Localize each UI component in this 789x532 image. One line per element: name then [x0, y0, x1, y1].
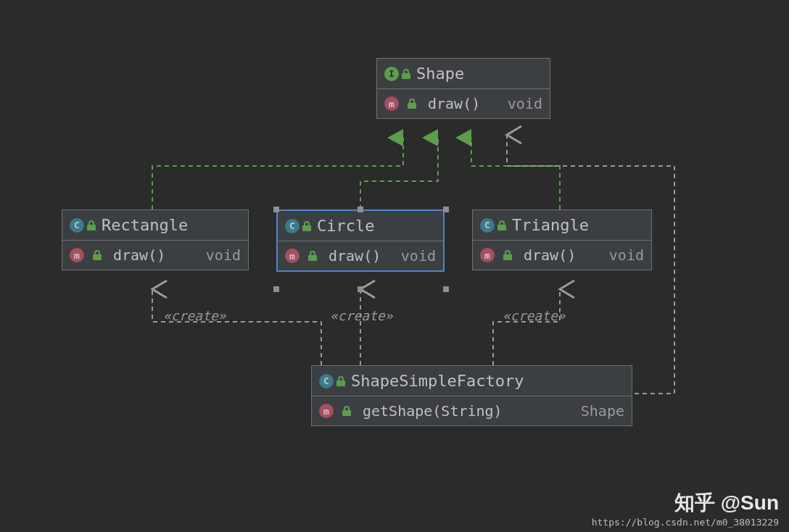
class-name: Triangle [512, 216, 589, 234]
class-name: Rectangle [102, 216, 188, 234]
method-name: getShape(String) [363, 402, 575, 420]
class-name: Circle [317, 217, 374, 235]
class-box-shape[interactable]: I Shape m draw() void [376, 58, 550, 119]
class-icon: C [319, 374, 334, 388]
class-box-rectangle[interactable]: C Rectangle m draw() void [62, 209, 249, 270]
selection-handle[interactable] [273, 286, 279, 292]
class-header: C Triangle [473, 210, 651, 241]
class-header: I Shape [377, 59, 550, 89]
class-name: Shape [416, 65, 464, 83]
method-icon: m [384, 96, 399, 111]
create-label: «create» [330, 308, 393, 323]
class-method-row: m draw() void [62, 241, 248, 270]
method-icon: m [319, 404, 334, 418]
lock-icon [402, 69, 410, 79]
return-type: void [206, 246, 241, 264]
selection-handle[interactable] [443, 207, 449, 212]
method-icon: m [480, 248, 495, 262]
method-name: draw() [524, 246, 603, 264]
class-box-circle[interactable]: C Circle m draw() void [276, 209, 445, 272]
method-icon: m [70, 248, 84, 262]
return-type: void [508, 95, 542, 112]
watermark-title: 知乎 @Sun [592, 489, 779, 517]
method-name: draw() [329, 247, 395, 265]
class-method-row: m getShape(String) Shape [312, 396, 632, 425]
class-header: C Circle [278, 211, 443, 241]
lock-icon [503, 250, 512, 260]
lock-icon [336, 376, 345, 386]
method-name: draw() [113, 246, 200, 264]
method-icon: m [285, 249, 300, 263]
create-label: «create» [503, 308, 566, 323]
return-type: Shape [581, 402, 624, 420]
return-type: void [609, 246, 644, 264]
lock-icon [497, 220, 506, 230]
selection-handle[interactable] [443, 286, 449, 292]
lock-icon [408, 99, 416, 109]
interface-icon: I [384, 67, 399, 81]
selection-handle[interactable] [358, 207, 363, 212]
class-method-row: m draw() void [377, 89, 550, 118]
lock-icon [342, 406, 351, 416]
selection-handle[interactable] [358, 286, 363, 292]
lock-icon [308, 251, 317, 261]
class-header: C Rectangle [62, 210, 248, 241]
lock-icon [302, 221, 311, 231]
class-icon: C [480, 218, 495, 233]
watermark: 知乎 @Sun https://blog.csdn.net/m0_3801322… [592, 489, 779, 528]
watermark-url: https://blog.csdn.net/m0_38013229 [592, 517, 779, 528]
class-icon: C [285, 219, 300, 233]
method-name: draw() [428, 95, 502, 112]
class-box-triangle[interactable]: C Triangle m draw() void [472, 209, 652, 270]
class-icon: C [70, 218, 84, 233]
create-label: «create» [163, 308, 226, 323]
class-box-factory[interactable]: C ShapeSimpleFactory m getShape(String) … [311, 365, 632, 426]
class-header: C ShapeSimpleFactory [312, 366, 632, 396]
class-method-row: m draw() void [278, 241, 443, 270]
class-method-row: m draw() void [473, 241, 651, 270]
selection-handle[interactable] [273, 207, 279, 212]
class-name: ShapeSimpleFactory [351, 372, 524, 390]
return-type: void [401, 247, 436, 265]
lock-icon [87, 220, 96, 230]
lock-icon [93, 250, 102, 260]
